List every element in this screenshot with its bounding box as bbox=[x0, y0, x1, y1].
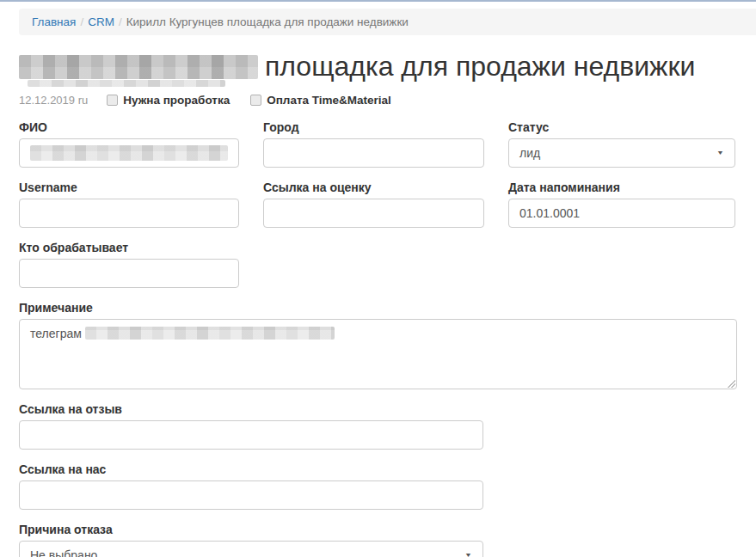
payment-tm-checkbox-group[interactable]: Оплата Time&Material bbox=[250, 94, 391, 107]
censored-fio-value bbox=[30, 145, 228, 161]
record-date: 12.12.2019 ru bbox=[19, 94, 88, 107]
review-link-input[interactable] bbox=[19, 420, 483, 450]
handler-label: Кто обрабатывает bbox=[19, 241, 239, 254]
status-select[interactable]: лид ▼ bbox=[508, 138, 735, 168]
score-link-input[interactable] bbox=[263, 199, 484, 228]
fio-field-group: ФИО bbox=[19, 120, 239, 168]
rejection-reason-select[interactable]: Не выбрано ▼ bbox=[19, 541, 483, 557]
review-link-label: Ссылка на отзыв bbox=[19, 402, 483, 416]
page-title: площадка для продажи недвижки bbox=[19, 49, 735, 86]
username-field-group: Username bbox=[19, 181, 239, 228]
breadcrumb-separator: / bbox=[76, 15, 88, 28]
our-link-field-group: Ссылка на нас bbox=[19, 462, 483, 510]
breadcrumb-current: Кирилл Кургунцев площадка для продажи не… bbox=[126, 15, 409, 28]
fio-label: ФИО bbox=[19, 120, 239, 134]
our-link-input[interactable] bbox=[19, 480, 483, 510]
fio-input[interactable] bbox=[19, 138, 239, 168]
breadcrumb: Главная/CRM/Кирилл Кургунцев площадка дл… bbox=[19, 9, 756, 35]
needs-elaboration-checkbox-group[interactable]: Нужна проработка bbox=[107, 94, 230, 107]
needs-elaboration-label: Нужна проработка bbox=[123, 94, 230, 107]
status-label: Статус bbox=[508, 120, 735, 134]
note-field-group: Примечание телеграм bbox=[19, 301, 737, 389]
censored-block bbox=[28, 80, 225, 87]
lead-form-grid: ФИО Город Статус лид ▼ Username Ссылка н… bbox=[19, 120, 756, 301]
rejection-reason-field-group: Причина отказа Не выбрано ▼ bbox=[19, 523, 483, 557]
record-meta: 12.12.2019 ru Нужна проработка Оплата Ti… bbox=[19, 94, 735, 107]
rejection-reason-selected-value: Не выбрано bbox=[30, 548, 97, 557]
note-label: Примечание bbox=[19, 301, 737, 315]
reminder-date-input[interactable] bbox=[508, 199, 735, 228]
note-textarea[interactable]: телеграм bbox=[19, 319, 737, 389]
note-text: телеграм bbox=[30, 327, 82, 340]
page-title-text: площадка для продажи недвижки bbox=[265, 51, 695, 82]
review-link-field-group: Ссылка на отзыв bbox=[19, 402, 483, 450]
status-selected-value: лид bbox=[519, 146, 540, 160]
breadcrumb-home-link[interactable]: Главная bbox=[32, 15, 76, 28]
city-label: Город bbox=[263, 120, 484, 134]
breadcrumb-separator: / bbox=[114, 15, 126, 28]
status-field-group: Статус лид ▼ bbox=[508, 120, 735, 168]
score-link-label: Ссылка на оценку bbox=[263, 181, 484, 194]
payment-tm-label: Оплата Time&Material bbox=[267, 94, 391, 107]
breadcrumb-crm-link[interactable]: CRM bbox=[88, 15, 114, 28]
our-link-label: Ссылка на нас bbox=[19, 462, 483, 476]
checkbox-unchecked-icon[interactable] bbox=[250, 95, 261, 106]
handler-input[interactable] bbox=[19, 259, 239, 288]
censored-note-value bbox=[85, 327, 335, 340]
censored-client-name bbox=[19, 52, 258, 86]
city-field-group: Город bbox=[263, 120, 484, 168]
reminder-date-label: Дата напоминания bbox=[508, 181, 735, 194]
handler-field-group: Кто обрабатывает bbox=[19, 241, 239, 288]
username-label: Username bbox=[19, 181, 239, 194]
censored-block bbox=[19, 55, 258, 79]
username-input[interactable] bbox=[19, 199, 239, 228]
chevron-down-icon: ▼ bbox=[464, 552, 472, 557]
score-link-field-group: Ссылка на оценку bbox=[263, 181, 484, 228]
city-input[interactable] bbox=[263, 138, 484, 168]
reminder-date-field-group: Дата напоминания bbox=[508, 181, 735, 228]
chevron-down-icon: ▼ bbox=[716, 150, 724, 156]
rejection-reason-label: Причина отказа bbox=[19, 523, 483, 536]
checkbox-unchecked-icon[interactable] bbox=[107, 95, 118, 106]
textarea-resize-handle[interactable] bbox=[727, 379, 735, 388]
